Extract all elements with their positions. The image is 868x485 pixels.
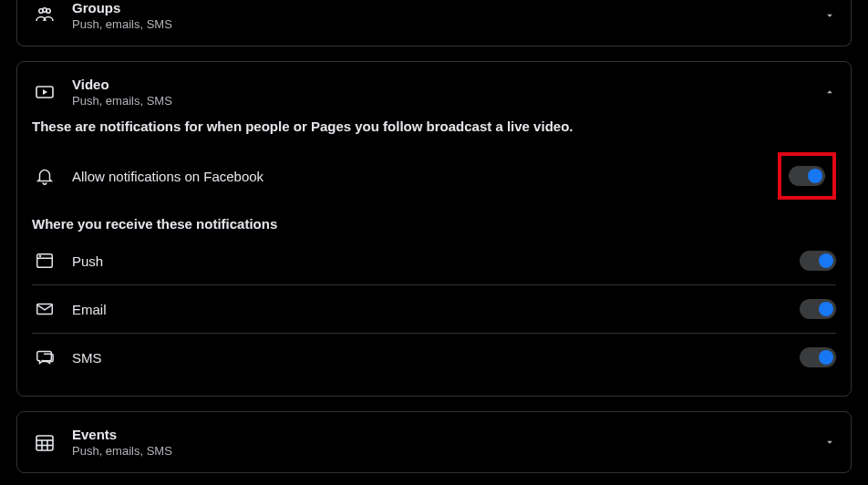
chevron-down-icon xyxy=(823,9,836,22)
events-title-group: Events Push, emails, SMS xyxy=(72,427,823,458)
groups-header[interactable]: Groups Push, emails, SMS xyxy=(17,0,851,46)
sms-toggle[interactable] xyxy=(800,347,836,367)
video-title: Video xyxy=(72,77,823,92)
events-header[interactable]: Events Push, emails, SMS xyxy=(17,412,851,472)
calendar-icon xyxy=(32,429,57,455)
video-title-group: Video Push, emails, SMS xyxy=(72,77,823,108)
where-receive-header: Where you receive these notifications xyxy=(32,216,836,232)
svg-rect-8 xyxy=(36,436,53,450)
browser-icon xyxy=(32,248,57,273)
bell-icon xyxy=(32,163,57,189)
groups-icon xyxy=(32,3,57,28)
events-section: Events Push, emails, SMS xyxy=(16,411,852,473)
email-icon xyxy=(32,296,57,322)
groups-section: Groups Push, emails, SMS xyxy=(16,0,852,46)
video-subtitle: Push, emails, SMS xyxy=(72,94,823,108)
chevron-up-icon xyxy=(823,86,836,98)
email-row: Email xyxy=(32,285,836,334)
email-toggle[interactable] xyxy=(800,299,836,319)
sms-row: SMS xyxy=(32,334,836,381)
allow-notifications-toggle[interactable] xyxy=(789,166,825,186)
sms-label: SMS xyxy=(72,350,800,366)
allow-toggle-highlight xyxy=(778,152,836,200)
groups-title-group: Groups Push, emails, SMS xyxy=(72,0,823,31)
push-label: Push xyxy=(72,253,800,269)
video-header[interactable]: Video Push, emails, SMS xyxy=(17,62,851,119)
chevron-down-icon xyxy=(823,436,836,449)
svg-point-6 xyxy=(40,256,41,257)
video-body: These are notifications for when people … xyxy=(17,119,851,396)
events-subtitle: Push, emails, SMS xyxy=(72,444,823,458)
push-toggle[interactable] xyxy=(800,251,836,271)
events-title: Events xyxy=(72,427,823,442)
video-description: These are notifications for when people … xyxy=(32,119,836,134)
push-row: Push xyxy=(32,237,836,285)
video-icon xyxy=(32,79,57,105)
video-section: Video Push, emails, SMS These are notifi… xyxy=(16,61,852,397)
allow-notifications-label: Allow notifications on Facebook xyxy=(72,169,778,184)
groups-title: Groups xyxy=(72,0,823,15)
svg-point-2 xyxy=(43,8,46,12)
svg-rect-7 xyxy=(37,304,53,315)
allow-notifications-row: Allow notifications on Facebook xyxy=(32,152,836,200)
groups-subtitle: Push, emails, SMS xyxy=(72,17,823,31)
email-label: Email xyxy=(72,302,800,317)
sms-icon xyxy=(32,345,57,370)
